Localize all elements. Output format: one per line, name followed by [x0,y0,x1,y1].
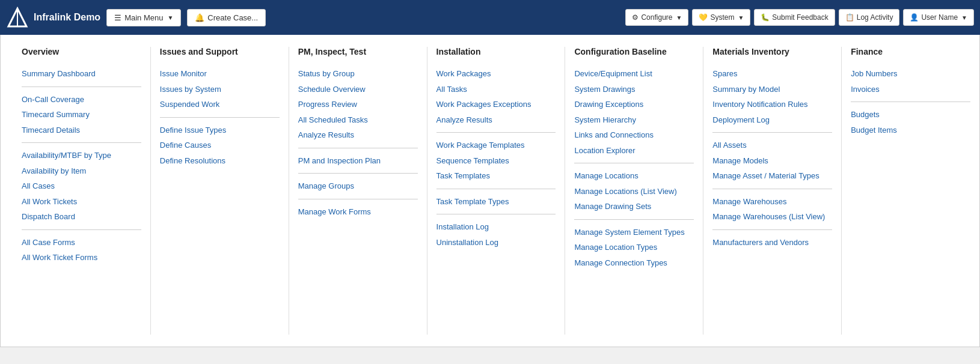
menu-link[interactable]: All Work Tickets [22,194,141,210]
menu-column-overview: OverviewSummary DashboardOn-Call Coverag… [13,47,151,335]
menu-divider [851,102,970,102]
menu-link[interactable]: Define Causes [160,138,280,153]
system-button[interactable]: 💛 System ▼ [692,9,750,26]
menu-link[interactable]: Suspended Work [160,97,280,112]
app-title: Infralink Demo [34,12,100,23]
menu-link[interactable]: Issues by System [160,82,280,97]
menu-column-materials-inventory: Materials InventorySparesSummary by Mode… [703,47,842,335]
menu-link[interactable]: All Assets [712,138,832,153]
menu-divider [298,148,418,148]
menu-link[interactable]: Sequence Templates [436,153,556,169]
menu-dropdown: OverviewSummary DashboardOn-Call Coverag… [0,35,980,347]
menu-link[interactable]: Manage Warehouses (List View) [712,209,832,225]
menu-link[interactable]: Analyze Results [298,127,418,143]
menu-link[interactable]: Task Templates [436,168,556,184]
menu-link[interactable]: Inventory Notification Rules [712,97,832,112]
menu-link[interactable]: Define Resolutions [160,153,280,169]
menu-link[interactable]: PM and Inspection Plan [298,153,418,169]
menu-link[interactable]: All Work Ticket Forms [22,250,141,265]
menu-link[interactable]: All Cases [22,178,141,194]
menu-link[interactable]: Manage Asset / Material Types [712,168,832,184]
menu-link[interactable]: Spares [712,66,832,82]
user-name-button[interactable]: 👤 User Name ▼ [903,9,974,26]
menu-link[interactable]: Manage System Element Types [574,225,694,240]
menu-link[interactable]: On-Call Coverage [22,92,141,108]
system-label: System [710,13,734,22]
configure-button[interactable]: ⚙ Configure ▼ [625,9,688,26]
menu-link[interactable]: Deployment Log [712,112,832,128]
menu-link[interactable]: Manage Location Types [574,240,694,255]
submit-feedback-button[interactable]: 🐛 Submit Feedback [754,9,835,26]
create-case-button[interactable]: 🔔 Create Case... [187,9,266,26]
menu-link[interactable]: Availability/MTBF by Type [22,148,141,163]
menu-link[interactable]: Manage Locations (List View) [574,184,694,199]
logo-area: Infralink Demo [6,6,100,29]
menu-link[interactable]: Task Template Types [436,194,556,210]
menu-divider [436,189,556,189]
menu-link[interactable]: Device/Equipment List [574,66,694,82]
menu-divider [712,189,832,189]
menu-link[interactable]: Work Package Templates [436,138,556,153]
menu-link[interactable]: Issue Monitor [160,66,280,82]
menu-divider [298,199,418,199]
main-menu-button[interactable]: ☰ Main Menu ▼ [106,9,181,26]
menu-link[interactable]: Work Packages Exceptions [436,97,556,112]
menu-link[interactable]: All Tasks [436,82,556,97]
menu-link[interactable]: Job Numbers [851,66,970,82]
menu-link[interactable]: Budgets [851,107,970,123]
col-header-installation: Installation [436,47,556,59]
menu-link[interactable]: Manage Work Forms [298,204,418,220]
log-activity-label: Log Activity [857,13,893,22]
menu-link[interactable]: Status by Group [298,66,418,82]
menu-link[interactable]: All Scheduled Tasks [298,112,418,128]
menu-link[interactable]: Analyze Results [436,112,556,128]
menu-link[interactable]: Manufacturers and Vendors [712,235,832,250]
menu-link[interactable]: Manage Models [712,153,832,169]
menu-link[interactable]: System Hierarchy [574,112,694,128]
menu-column-pm-inspect-test: PM, Inspect, TestStatus by GroupSchedule… [289,47,427,335]
log-activity-button[interactable]: 📋 Log Activity [839,9,900,26]
menu-divider [436,214,556,214]
menu-link[interactable]: Define Issue Types [160,123,280,138]
menu-link[interactable]: Location Explorer [574,143,694,159]
menu-link[interactable]: All Case Forms [22,235,141,250]
menu-link[interactable]: System Drawings [574,82,694,97]
menu-link[interactable]: Installation Log [436,219,556,235]
main-menu-caret: ▼ [167,14,173,21]
menu-link[interactable]: Schedule Overview [298,82,418,97]
submit-feedback-label: Submit Feedback [772,13,828,22]
menu-link[interactable]: Uninstallation Log [436,235,556,250]
menu-link[interactable]: Summary Dashboard [22,66,141,82]
menu-link[interactable]: Timecard Details [22,123,141,138]
menu-link[interactable]: Manage Connection Types [574,255,694,271]
menu-link[interactable]: Budget Items [851,123,970,138]
menu-column-finance: FinanceJob NumbersInvoicesBudgetsBudget … [842,47,979,335]
system-caret: ▼ [738,14,744,21]
menu-link[interactable]: Summary by Model [712,82,832,97]
menu-link[interactable]: Timecard Summary [22,107,141,123]
bell-icon: 🔔 [195,13,204,22]
menu-column-config-baseline: Configuration BaselineDevice/Equipment L… [565,47,703,335]
menu-divider [436,132,556,133]
menu-link[interactable]: Work Packages [436,66,556,82]
col-header-pm-inspect-test: PM, Inspect, Test [298,47,418,59]
col-header-finance: Finance [851,47,970,59]
menu-divider [574,219,694,220]
menu-link[interactable]: Invoices [851,82,970,97]
menu-link[interactable]: Links and Connections [574,127,694,143]
menu-column-issues-support: Issues and SupportIssue MonitorIssues by… [151,47,289,335]
user-caret: ▼ [961,14,967,21]
main-menu-label: Main Menu [124,13,163,22]
menu-link[interactable]: Availability by Item [22,163,141,179]
menu-link[interactable]: Manage Drawing Sets [574,199,694,214]
menu-divider [22,142,141,143]
menu-divider [574,163,694,163]
col-header-issues-support: Issues and Support [160,47,280,59]
menu-link[interactable]: Manage Groups [298,178,418,194]
logo-icon [6,6,29,29]
menu-link[interactable]: Dispatch Board [22,209,141,225]
menu-link[interactable]: Drawing Exceptions [574,97,694,112]
menu-link[interactable]: Progress Review [298,97,418,112]
menu-link[interactable]: Manage Warehouses [712,194,832,210]
menu-link[interactable]: Manage Locations [574,168,694,184]
